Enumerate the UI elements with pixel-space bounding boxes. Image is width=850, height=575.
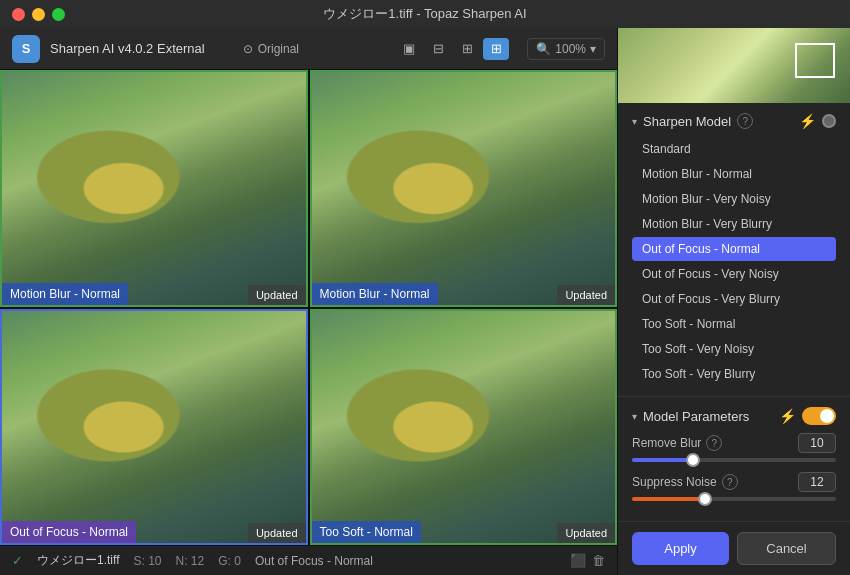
right-panel: ▾ Sharpen Model ? ⚡ Standard Motion Blur… bbox=[617, 28, 850, 575]
status-icons: ⬛ 🗑 bbox=[570, 553, 605, 568]
status-filename: ウメジロー1.tiff bbox=[37, 552, 119, 569]
suppress-noise-thumb[interactable] bbox=[698, 492, 712, 506]
remove-blur-value[interactable] bbox=[798, 433, 836, 453]
sharpen-model-title: Sharpen Model bbox=[643, 114, 731, 129]
cell-label-2: Motion Blur - Normal bbox=[312, 283, 438, 305]
window-title: ウメジロー1.tiff - Topaz Sharpen AI bbox=[323, 5, 526, 23]
model-item-too-soft-very-blurry[interactable]: Too Soft - Very Blurry bbox=[632, 362, 836, 386]
power-dot[interactable] bbox=[822, 114, 836, 128]
suppress-noise-slider[interactable] bbox=[632, 497, 836, 501]
model-item-motion-blur-very-blurry[interactable]: Motion Blur - Very Blurry bbox=[632, 212, 836, 236]
suppress-noise-value[interactable] bbox=[798, 472, 836, 492]
view-split-h-icon[interactable]: ⊟ bbox=[425, 38, 451, 60]
status-check-icon: ✓ bbox=[12, 553, 23, 568]
cell-badge-2: Updated bbox=[557, 285, 615, 305]
params-lightning-icon[interactable]: ⚡ bbox=[779, 408, 796, 424]
status-s: S: 10 bbox=[133, 554, 161, 568]
remove-blur-row: Remove Blur ? bbox=[632, 433, 836, 462]
suppress-noise-label: Suppress Noise bbox=[632, 475, 717, 489]
cell-label-3: Out of Focus - Normal bbox=[2, 521, 136, 543]
status-g-value: 0 bbox=[234, 554, 241, 568]
image-cell-2[interactable]: Motion Blur - Normal Updated bbox=[310, 70, 618, 307]
image-preview-1 bbox=[2, 72, 306, 305]
view-quad-icon[interactable]: ⊞ bbox=[483, 38, 509, 60]
view-split-v-icon[interactable]: ⊞ bbox=[454, 38, 480, 60]
status-g: G: 0 bbox=[218, 554, 241, 568]
lightning-icon[interactable]: ⚡ bbox=[799, 113, 816, 129]
zoom-control[interactable]: 🔍 100% ▾ bbox=[527, 38, 605, 60]
model-item-standard[interactable]: Standard bbox=[632, 137, 836, 161]
section-actions: ⚡ bbox=[799, 113, 836, 129]
cancel-button[interactable]: Cancel bbox=[737, 532, 836, 565]
model-item-out-of-focus-very-blurry[interactable]: Out of Focus - Very Blurry bbox=[632, 287, 836, 311]
cell-badge-4: Updated bbox=[557, 523, 615, 543]
image-cell-3[interactable]: Out of Focus - Normal Updated bbox=[0, 309, 308, 546]
chevron-down-icon[interactable]: ▾ bbox=[632, 116, 637, 127]
params-toggle[interactable] bbox=[802, 407, 836, 425]
toolbar: S Sharpen AI v4.0.2 External ⊙ Original … bbox=[0, 28, 617, 70]
remove-blur-thumb[interactable] bbox=[686, 453, 700, 467]
cell-badge-1: Updated bbox=[248, 285, 306, 305]
section-header-params: ▾ Model Parameters ⚡ bbox=[632, 407, 836, 425]
view-single-icon[interactable]: ▣ bbox=[396, 38, 422, 60]
sharpen-model-section: ▾ Sharpen Model ? ⚡ Standard Motion Blur… bbox=[618, 103, 850, 396]
image-preview-2 bbox=[312, 72, 616, 305]
cell-label-1: Motion Blur - Normal bbox=[2, 283, 128, 305]
remove-blur-help-icon[interactable]: ? bbox=[706, 435, 722, 451]
close-button[interactable] bbox=[12, 8, 25, 21]
model-item-out-of-focus-normal[interactable]: Out of Focus - Normal bbox=[632, 237, 836, 261]
status-model: Out of Focus - Normal bbox=[255, 554, 373, 568]
zoom-icon: 🔍 bbox=[536, 42, 551, 56]
remove-blur-fill bbox=[632, 458, 693, 462]
remove-blur-label: Remove Blur bbox=[632, 436, 701, 450]
cell-label-4: Too Soft - Normal bbox=[312, 521, 421, 543]
image-cell-1[interactable]: Motion Blur - Normal Updated bbox=[0, 70, 308, 307]
minimize-button[interactable] bbox=[32, 8, 45, 21]
original-icon: ⊙ bbox=[243, 42, 253, 56]
titlebar: ウメジロー1.tiff - Topaz Sharpen AI bbox=[0, 0, 850, 28]
remove-blur-slider[interactable] bbox=[632, 458, 836, 462]
image-cell-4[interactable]: Too Soft - Normal Updated bbox=[310, 309, 618, 546]
image-preview-3 bbox=[2, 311, 306, 544]
apply-button[interactable]: Apply bbox=[632, 532, 729, 565]
model-list: Standard Motion Blur - Normal Motion Blu… bbox=[632, 137, 836, 386]
model-item-motion-blur-normal[interactable]: Motion Blur - Normal bbox=[632, 162, 836, 186]
zoom-chevron-icon: ▾ bbox=[590, 42, 596, 56]
thumbnail-area bbox=[618, 28, 850, 103]
model-item-out-of-focus-very-noisy[interactable]: Out of Focus - Very Noisy bbox=[632, 262, 836, 286]
params-title: Model Parameters bbox=[643, 409, 749, 424]
original-label: Original bbox=[258, 42, 299, 56]
trash-icon[interactable]: 🗑 bbox=[592, 553, 605, 568]
help-icon[interactable]: ? bbox=[737, 113, 753, 129]
toggle-knob bbox=[820, 409, 834, 423]
model-parameters-section: ▾ Model Parameters ⚡ Remove Blur ? bbox=[618, 396, 850, 521]
params-actions: ⚡ bbox=[779, 407, 836, 425]
section-header-sharpen: ▾ Sharpen Model ? ⚡ bbox=[632, 113, 836, 129]
zoom-label: 100% bbox=[555, 42, 586, 56]
image-grid: Motion Blur - Normal Updated Motion Blur… bbox=[0, 70, 617, 545]
thumbnail-selection-rect bbox=[795, 43, 835, 78]
model-item-too-soft-normal[interactable]: Too Soft - Normal bbox=[632, 312, 836, 336]
maximize-button[interactable] bbox=[52, 8, 65, 21]
status-s-value: 10 bbox=[148, 554, 161, 568]
main-layout: S Sharpen AI v4.0.2 External ⊙ Original … bbox=[0, 28, 850, 575]
app-name: Sharpen AI v4.0.2 External bbox=[50, 41, 205, 56]
status-n-value: 12 bbox=[191, 554, 204, 568]
model-item-too-soft-very-noisy[interactable]: Too Soft - Very Noisy bbox=[632, 337, 836, 361]
params-chevron-icon[interactable]: ▾ bbox=[632, 411, 637, 422]
status-n: N: 12 bbox=[176, 554, 205, 568]
app-logo: S bbox=[12, 35, 40, 63]
suppress-noise-row: Suppress Noise ? bbox=[632, 472, 836, 501]
cell-badge-3: Updated bbox=[248, 523, 306, 543]
image-preview-4 bbox=[312, 311, 616, 544]
model-item-motion-blur-very-noisy[interactable]: Motion Blur - Very Noisy bbox=[632, 187, 836, 211]
window-controls bbox=[12, 8, 65, 21]
status-bar: ✓ ウメジロー1.tiff S: 10 N: 12 G: 0 Out of Fo… bbox=[0, 545, 617, 575]
suppress-noise-fill bbox=[632, 497, 705, 501]
action-buttons: Apply Cancel bbox=[618, 521, 850, 575]
suppress-noise-help-icon[interactable]: ? bbox=[722, 474, 738, 490]
content-area: S Sharpen AI v4.0.2 External ⊙ Original … bbox=[0, 28, 617, 575]
monitor-icon[interactable]: ⬛ bbox=[570, 553, 586, 568]
view-icons: ▣ ⊟ ⊞ ⊞ bbox=[396, 38, 509, 60]
original-button[interactable]: ⊙ Original bbox=[235, 39, 307, 59]
